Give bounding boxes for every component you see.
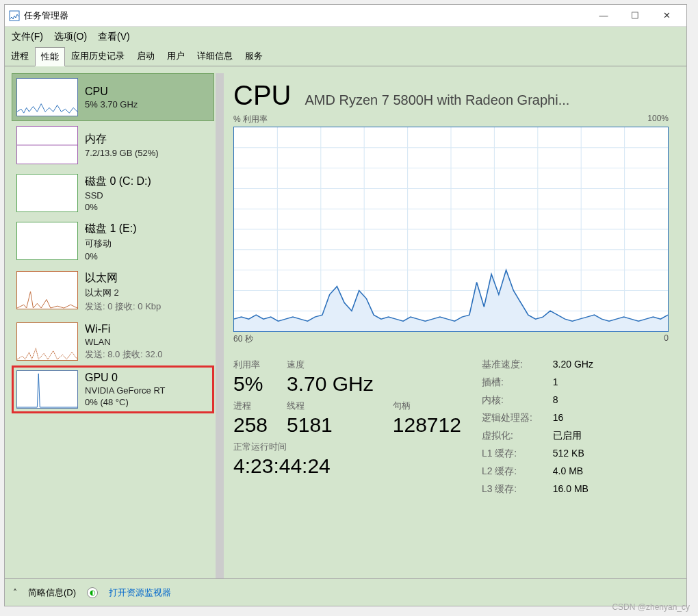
sidebar-disk1-sub1: 可移动 bbox=[85, 238, 209, 250]
sidebar-gpu0-title: GPU 0 bbox=[85, 372, 209, 384]
content-area: CPU 5% 3.70 GHz 内存 7.2/13.9 GB (52%) 磁盘 … bbox=[5, 66, 686, 578]
minimize-button[interactable]: — bbox=[588, 5, 619, 26]
wifi-thumb-icon bbox=[16, 322, 78, 361]
tab-processes[interactable]: 进程 bbox=[5, 47, 35, 66]
handle-value: 128712 bbox=[393, 413, 461, 437]
l2-label: L2 缓存: bbox=[482, 465, 532, 478]
sidebar-eth-sub1: 以太网 2 bbox=[85, 287, 209, 299]
tab-details[interactable]: 详细信息 bbox=[191, 47, 239, 66]
sockets-value: 1 bbox=[553, 376, 593, 389]
open-resource-monitor-link[interactable]: 打开资源监视器 bbox=[109, 587, 171, 599]
menu-file[interactable]: 文件(F) bbox=[12, 31, 43, 43]
sidebar-wifi-title: Wi-Fi bbox=[85, 323, 209, 335]
tab-users[interactable]: 用户 bbox=[161, 47, 191, 66]
ethernet-thumb-icon bbox=[16, 271, 78, 309]
sidebar-disk1-sub2: 0% bbox=[85, 251, 209, 261]
sidebar-eth-title: 以太网 bbox=[85, 271, 209, 285]
cpu-thumb-icon bbox=[16, 78, 78, 116]
speed-value: 3.70 GHz bbox=[287, 372, 374, 396]
sidebar-disk0-title: 磁盘 0 (C: D:) bbox=[85, 175, 209, 189]
sidebar-cpu-sub: 5% 3.70 GHz bbox=[85, 99, 209, 110]
tab-apphistory[interactable]: 应用历史记录 bbox=[65, 47, 131, 66]
l2-value: 4.0 MB bbox=[553, 465, 593, 478]
thread-label: 线程 bbox=[287, 400, 374, 412]
window-title: 任务管理器 bbox=[24, 10, 588, 22]
cpu-chart[interactable] bbox=[233, 127, 669, 332]
tab-startup[interactable]: 启动 bbox=[131, 47, 161, 66]
sockets-label: 插槽: bbox=[482, 376, 532, 389]
virt-label: 虚拟化: bbox=[482, 430, 532, 442]
speed-label: 速度 bbox=[287, 359, 374, 371]
base-speed-label: 基准速度: bbox=[482, 359, 532, 371]
l3-label: L3 缓存: bbox=[482, 483, 532, 496]
l1-label: L1 缓存: bbox=[482, 448, 532, 460]
main-panel: CPU AMD Ryzen 7 5800H with Radeon Graphi… bbox=[229, 73, 680, 578]
handle-label: 句柄 bbox=[393, 400, 461, 412]
thread-value: 5181 bbox=[287, 413, 374, 437]
watermark: CSDN @zhenyan_cy bbox=[612, 602, 690, 612]
sidebar-cpu-title: CPU bbox=[85, 86, 209, 98]
sidebar-scrollbar[interactable] bbox=[216, 73, 224, 578]
util-value: 5% bbox=[233, 372, 268, 396]
uptime-value: 4:23:44:24 bbox=[233, 454, 461, 478]
sidebar-item-cpu[interactable]: CPU 5% 3.70 GHz bbox=[12, 73, 214, 121]
disk1-thumb-icon bbox=[16, 222, 78, 260]
tabbar: 进程 性能 应用历史记录 启动 用户 详细信息 服务 bbox=[5, 47, 686, 66]
l3-value: 16.0 MB bbox=[553, 483, 593, 496]
sidebar-item-disk1[interactable]: 磁盘 1 (E:) 可移动 0% bbox=[12, 217, 214, 266]
stats-area: 利用率5% 速度3.70 GHz 进程258 线程5181 句柄128712 正… bbox=[233, 359, 669, 496]
sidebar-item-gpu0[interactable]: GPU 0 NVIDIA GeForce RT 0% (48 °C) bbox=[12, 365, 214, 413]
sidebar-disk0-sub2: 0% bbox=[85, 202, 209, 212]
brief-info-button[interactable]: 简略信息(D) bbox=[28, 587, 76, 599]
sidebar-item-memory[interactable]: 内存 7.2/13.9 GB (52%) bbox=[12, 121, 214, 169]
sidebar-wifi-sub1: WLAN bbox=[85, 337, 209, 347]
disk0-thumb-icon bbox=[16, 174, 78, 212]
app-icon bbox=[9, 10, 20, 21]
chart-y-label: % 利用率 bbox=[233, 114, 268, 125]
sidebar-gpu0-sub2: 0% (48 °C) bbox=[85, 397, 209, 407]
proc-label: 进程 bbox=[233, 400, 268, 412]
l1-value: 512 KB bbox=[553, 448, 593, 460]
virt-value: 已启用 bbox=[553, 430, 593, 442]
sidebar-mem-title: 内存 bbox=[85, 132, 209, 146]
sidebar-gpu0-sub1: NVIDIA GeForce RT bbox=[85, 385, 209, 396]
sidebar-eth-io: 发送: 0 接收: 0 Kbp bbox=[85, 300, 209, 313]
logical-label: 逻辑处理器: bbox=[482, 412, 532, 424]
base-speed-value: 3.20 GHz bbox=[553, 359, 593, 371]
resource-monitor-icon: ◐ bbox=[87, 587, 98, 598]
task-manager-window: 任务管理器 — ☐ ✕ 文件(F) 选项(O) 查看(V) 进程 性能 应用历史… bbox=[4, 4, 687, 606]
chevron-up-icon[interactable]: ˄ bbox=[13, 588, 17, 598]
tab-performance[interactable]: 性能 bbox=[35, 47, 65, 66]
tab-services[interactable]: 服务 bbox=[239, 47, 269, 66]
menu-view[interactable]: 查看(V) bbox=[98, 31, 130, 43]
menubar: 文件(F) 选项(O) 查看(V) bbox=[5, 27, 686, 47]
chart-x-right: 0 bbox=[664, 333, 669, 345]
main-subtitle: AMD Ryzen 7 5800H with Radeon Graphi... bbox=[305, 92, 669, 108]
sidebar-disk1-title: 磁盘 1 (E:) bbox=[85, 222, 209, 236]
cores-value: 8 bbox=[553, 394, 593, 407]
sidebar-mem-sub: 7.2/13.9 GB (52%) bbox=[85, 148, 209, 158]
sidebar: CPU 5% 3.70 GHz 内存 7.2/13.9 GB (52%) 磁盘 … bbox=[12, 73, 224, 578]
sidebar-wifi-io: 发送: 8.0 接收: 32.0 bbox=[85, 348, 209, 361]
sidebar-item-wifi[interactable]: Wi-Fi WLAN 发送: 8.0 接收: 32.0 bbox=[12, 318, 214, 365]
chart-x-left: 60 秒 bbox=[233, 333, 253, 345]
proc-value: 258 bbox=[233, 413, 268, 437]
close-button[interactable]: ✕ bbox=[651, 5, 682, 26]
main-title: CPU bbox=[233, 80, 291, 111]
footer: ˄ 简略信息(D) ◐ 打开资源监视器 bbox=[5, 578, 686, 606]
gpu0-thumb-icon bbox=[16, 370, 78, 409]
menu-options[interactable]: 选项(O) bbox=[54, 31, 87, 43]
titlebar[interactable]: 任务管理器 — ☐ ✕ bbox=[5, 5, 686, 27]
sidebar-item-disk0[interactable]: 磁盘 0 (C: D:) SSD 0% bbox=[12, 169, 214, 217]
maximize-button[interactable]: ☐ bbox=[619, 5, 651, 26]
sidebar-disk0-sub1: SSD bbox=[85, 190, 209, 201]
memory-thumb-icon bbox=[16, 126, 78, 164]
util-label: 利用率 bbox=[233, 359, 268, 371]
chart-y-max: 100% bbox=[647, 114, 669, 125]
sidebar-item-ethernet[interactable]: 以太网 以太网 2 发送: 0 接收: 0 Kbp bbox=[12, 266, 214, 318]
cores-label: 内核: bbox=[482, 394, 532, 407]
logical-value: 16 bbox=[553, 412, 593, 424]
uptime-label: 正常运行时间 bbox=[233, 441, 461, 453]
